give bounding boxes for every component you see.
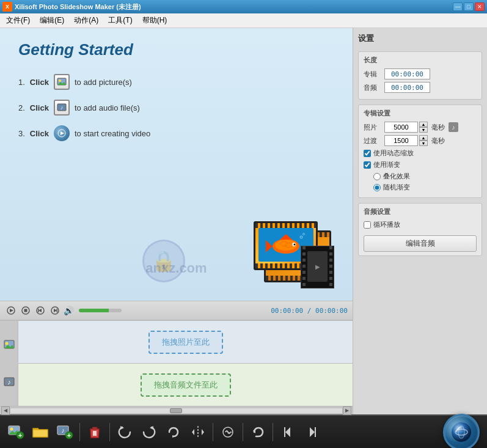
scroll-left-arrow[interactable]: ◀ bbox=[1, 406, 10, 415]
svg-marker-18 bbox=[10, 309, 13, 312]
use-fade-checkbox[interactable] bbox=[364, 161, 371, 169]
create-video-icon[interactable] bbox=[54, 125, 70, 141]
transport-bar: 🔊 00:00:00 / 00:00:00 bbox=[0, 301, 353, 320]
svg-rect-20 bbox=[24, 309, 27, 312]
menu-help[interactable]: 帮助(H) bbox=[137, 13, 172, 28]
convert-button[interactable] bbox=[443, 414, 480, 449]
photo-spin-up[interactable]: ▲ bbox=[419, 122, 428, 127]
audio-duration-input[interactable] bbox=[384, 82, 430, 93]
svg-marker-51 bbox=[202, 429, 204, 435]
menu-tools[interactable]: 工具(T) bbox=[103, 13, 137, 28]
menu-file[interactable]: 文件(F) bbox=[1, 13, 35, 28]
prev-frame-button[interactable] bbox=[34, 304, 46, 317]
fade-effect-label: 叠化效果 bbox=[383, 172, 410, 181]
toolbar-add-photo-button[interactable]: + bbox=[5, 421, 27, 443]
random-fade-label: 随机渐变 bbox=[383, 183, 410, 192]
audio-settings-label: 音频设置 bbox=[364, 207, 477, 216]
audio-drop-zone[interactable]: 拖拽音频文件至此 bbox=[141, 373, 231, 397]
volume-slider[interactable] bbox=[79, 309, 122, 312]
svg-text:♪: ♪ bbox=[7, 378, 11, 386]
toolbar-add-audio-button[interactable]: ♪+ bbox=[54, 421, 76, 443]
stop-button[interactable] bbox=[20, 304, 32, 317]
toolbar-next-button[interactable] bbox=[301, 421, 323, 443]
svg-rect-37 bbox=[33, 430, 48, 437]
svg-rect-42 bbox=[92, 427, 97, 429]
photo-track[interactable]: 拖拽照片至此 bbox=[18, 321, 353, 364]
timeline-sidebar: ♪ bbox=[0, 321, 18, 406]
menu-bar: 文件(F) 编辑(E) 动作(A) 工具(T) 帮助(H) bbox=[0, 13, 487, 28]
scroll-right-arrow[interactable]: ▶ bbox=[343, 406, 351, 415]
play-button[interactable] bbox=[5, 304, 17, 317]
loop-playback-label: 循环播放 bbox=[373, 220, 400, 229]
dynamic-zoom-checkbox[interactable] bbox=[364, 150, 371, 157]
svg-marker-25 bbox=[54, 309, 57, 312]
menu-edit[interactable]: 编辑(E) bbox=[35, 13, 69, 28]
audio-duration-row: 音频 bbox=[364, 82, 477, 93]
toolbar-rotate-cw-button[interactable] bbox=[138, 421, 160, 443]
video-duration-input[interactable] bbox=[384, 68, 430, 79]
next-frame-button[interactable] bbox=[49, 304, 61, 317]
toolbar-delete-button[interactable] bbox=[84, 421, 106, 443]
step-2: 2. Click ♪ to add audio file(s) bbox=[18, 100, 334, 116]
close-button[interactable]: ✕ bbox=[475, 2, 485, 11]
add-audio-icon[interactable]: ♪ bbox=[54, 100, 70, 116]
toolbar-undo-button[interactable] bbox=[247, 421, 269, 443]
use-fade-row: 使用渐变 bbox=[364, 160, 477, 169]
audio-track-icon: ♪ bbox=[3, 376, 15, 388]
step-3: 3. Click to start creating video bbox=[18, 125, 334, 141]
audio-settings-section: 音频设置 循环播放 编辑音频 bbox=[358, 203, 482, 256]
svg-text:+: + bbox=[18, 431, 22, 439]
title-bar-left: X Xilisoft Photo Slideshow Maker (未注册) bbox=[2, 2, 141, 12]
audio-track[interactable]: 拖拽音频文件至此 bbox=[18, 364, 353, 406]
svg-rect-58 bbox=[315, 427, 316, 437]
toolbar-prev-button[interactable] bbox=[277, 421, 299, 443]
toolbar-open-folder-button[interactable] bbox=[29, 421, 51, 443]
toolbar-rotate-ccw-button[interactable] bbox=[114, 421, 136, 443]
random-fade-radio[interactable] bbox=[373, 184, 381, 191]
svg-marker-50 bbox=[192, 429, 194, 435]
use-fade-label: 使用渐变 bbox=[373, 160, 400, 169]
duration-section: 长度 专辑 音频 bbox=[358, 51, 482, 100]
step-list: 1. Click to add picture(s) 2. Click bbox=[18, 74, 334, 141]
step-3-text: to start creating video bbox=[75, 129, 150, 138]
step-2-num: 2. bbox=[18, 103, 25, 112]
watermark-icon: 🔒 bbox=[142, 240, 185, 282]
edit-audio-button[interactable]: 编辑音频 bbox=[364, 235, 477, 252]
loop-playback-checkbox[interactable] bbox=[364, 221, 371, 229]
svg-point-28 bbox=[5, 342, 8, 345]
step-1: 1. Click to add picture(s) bbox=[18, 74, 334, 90]
transition-spinbox: ▲ ▼ bbox=[384, 135, 428, 146]
step-1-num: 1. bbox=[18, 78, 25, 87]
menu-action[interactable]: 动作(A) bbox=[69, 13, 103, 28]
scrollbar-thumb[interactable] bbox=[170, 408, 182, 413]
svg-text:♪: ♪ bbox=[61, 427, 65, 434]
maximize-button[interactable]: □ bbox=[464, 2, 474, 11]
photo-spinbox-btns: ▲ ▼ bbox=[419, 122, 428, 133]
transition-label: 过渡 bbox=[364, 136, 381, 145]
toolbar-flip-button[interactable] bbox=[187, 421, 209, 443]
photo-value-input[interactable] bbox=[384, 122, 418, 133]
photo-spin-down[interactable]: ▼ bbox=[419, 127, 428, 133]
photo-drop-zone[interactable]: 拖拽照片至此 bbox=[148, 331, 223, 354]
svg-rect-56 bbox=[284, 427, 285, 437]
step-2-click: Click bbox=[30, 103, 49, 112]
settings-panel: 设置 长度 专辑 音频 专辑设置 照片 ▲ ▼ bbox=[353, 28, 487, 414]
transition-spin-up[interactable]: ▲ bbox=[419, 135, 428, 141]
transition-value-input[interactable] bbox=[384, 135, 418, 146]
toolbar-sep-3 bbox=[213, 423, 213, 441]
photo-label: 照片 bbox=[364, 123, 381, 132]
photo-duration-row: 照片 ▲ ▼ 毫秒 ♪ bbox=[364, 122, 477, 133]
timeline-scrollbar: ◀ ▶ bbox=[0, 406, 353, 414]
video-duration-row: 专辑 bbox=[364, 68, 477, 79]
fade-effect-radio[interactable] bbox=[373, 173, 381, 180]
toolbar-effect-button[interactable] bbox=[217, 421, 239, 443]
svg-rect-23 bbox=[38, 309, 39, 312]
transition-spin-down[interactable]: ▼ bbox=[419, 141, 428, 146]
scrollbar-track[interactable] bbox=[10, 408, 343, 414]
step-2-text: to add audio file(s) bbox=[75, 103, 140, 112]
transition-spinbox-btns: ▲ ▼ bbox=[419, 135, 428, 146]
timeline-area: ♪ 拖拽照片至此 拖拽音频文件至此 bbox=[0, 320, 353, 406]
add-photo-icon[interactable] bbox=[54, 74, 70, 90]
minimize-button[interactable]: — bbox=[453, 2, 463, 11]
toolbar-loop-button[interactable] bbox=[163, 421, 185, 443]
